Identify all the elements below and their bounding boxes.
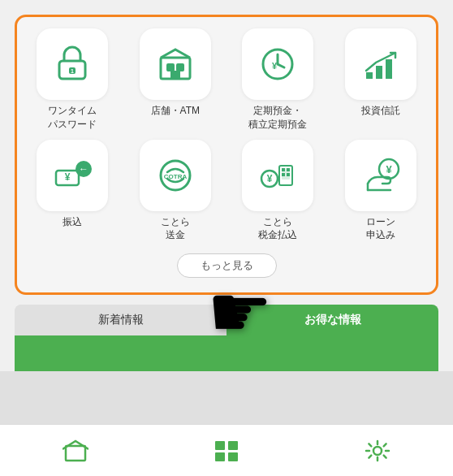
svg-point-35 [373,447,382,455]
icon-grid: 1 ワンタイムパスワード [25,28,428,242]
svg-rect-22 [282,168,285,171]
svg-rect-30 [66,446,85,461]
toushi-label: 投資信託 [361,104,400,118]
qr-yen-icon: ¥ [257,154,299,197]
teiki-icon-box[interactable]: ¥ [242,28,313,100]
loan-icon-box[interactable]: ¥ [345,140,416,211]
svg-rect-5 [177,64,183,71]
list-item[interactable]: ¥ ローン申込み [334,140,429,243]
main-container: 1 ワンタイムパスワード [0,0,453,476]
nav-home[interactable] [63,439,88,462]
bottom-nav [0,424,453,476]
home-icon [63,439,88,462]
gear-icon [365,439,390,462]
svg-rect-33 [215,452,225,461]
more-button[interactable]: もっと見る [177,253,277,278]
grid-icon [214,439,239,462]
cotra-icon-box[interactable]: COTRA [140,140,211,211]
svg-rect-11 [366,72,373,79]
store-icon [154,43,196,85]
list-item[interactable]: COTRA ことら送金 [128,140,223,243]
atm-label: 店舗・ATM [151,104,200,118]
svg-text:¥: ¥ [65,171,71,183]
svg-rect-23 [287,168,290,171]
info-tabs: 新着情報 お得な情報 [15,305,438,335]
list-item[interactable]: 投資信託 [334,28,429,132]
svg-rect-13 [386,59,392,79]
chart-icon [360,43,402,85]
tab-otoku-info[interactable]: お得な情報 [226,305,438,335]
list-item[interactable]: 1 ワンタイムパスワード [25,28,120,132]
featured-section: 1 ワンタイムパスワード [15,15,438,295]
svg-text:COTRA: COTRA [164,173,188,180]
list-item[interactable]: 店舗・ATM [128,28,223,132]
green-content-bar [15,335,438,371]
svg-rect-31 [215,441,225,450]
svg-rect-24 [282,173,285,176]
svg-text:←: ← [79,163,88,175]
cotra-icon: COTRA [154,154,196,197]
svg-rect-12 [376,66,382,79]
gray-spacer [0,371,453,424]
svg-rect-25 [287,173,290,176]
svg-text:¥: ¥ [267,173,273,184]
clock-yen-icon: ¥ [257,43,299,85]
svg-text:¥: ¥ [272,61,278,71]
furikomi-label: 振込 [63,215,82,229]
svg-text:1: 1 [71,68,74,74]
more-button-container: もっと見る [25,250,428,284]
cotra-label: ことら送金 [161,215,190,243]
svg-rect-32 [228,441,238,450]
list-item[interactable]: ¥ ← 振込 [25,140,120,243]
list-item[interactable]: ¥ ことら税金払込 [231,140,326,243]
kotora-tax-label: ことら税金払込 [258,215,297,243]
otp-icon-box[interactable]: 1 [37,28,108,100]
furikomi-icon-box[interactable]: ¥ ← [37,140,108,211]
otp-label: ワンタイムパスワード [48,104,97,132]
nav-menu[interactable] [214,439,239,462]
kotora-tax-icon-box[interactable]: ¥ [242,140,313,211]
svg-rect-34 [228,452,238,461]
list-item[interactable]: ¥ 定期預金・積立定期預金 [231,28,326,132]
teiki-label: 定期預金・積立定期預金 [248,104,307,132]
tab-new-info[interactable]: 新着情報 [15,305,226,335]
loan-icon: ¥ [360,154,402,197]
svg-rect-4 [167,64,174,71]
atm-icon-box[interactable] [140,28,211,100]
toushi-icon-box[interactable] [345,28,416,100]
svg-rect-6 [170,71,180,79]
loan-label: ローン申込み [366,215,395,243]
svg-text:¥: ¥ [386,163,392,175]
nav-settings[interactable] [365,439,390,462]
lock-icon: 1 [51,43,93,85]
transfer-icon: ¥ ← [51,154,93,197]
